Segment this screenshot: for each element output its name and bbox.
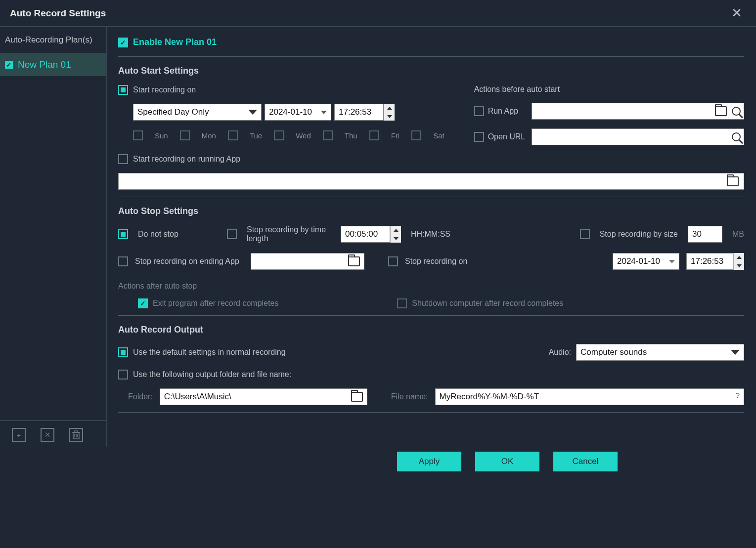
time-spinner[interactable] bbox=[390, 226, 401, 243]
time-spinner[interactable] bbox=[733, 253, 744, 270]
run-app-input[interactable] bbox=[532, 103, 744, 120]
checkbox-icon bbox=[5, 61, 13, 69]
time-spinner[interactable] bbox=[384, 104, 395, 121]
default-output-label: Use the default settings in normal recor… bbox=[133, 348, 286, 357]
run-app-label: Run App bbox=[488, 107, 528, 116]
start-time-input[interactable]: 17:26:53 bbox=[334, 104, 384, 121]
add-plan-button[interactable]: + bbox=[12, 428, 26, 442]
start-on-app-checkbox[interactable] bbox=[118, 154, 128, 164]
folder-icon[interactable] bbox=[727, 176, 739, 186]
by-time-checkbox[interactable] bbox=[227, 229, 237, 239]
open-url-checkbox[interactable] bbox=[474, 132, 484, 142]
folder-icon[interactable] bbox=[348, 256, 360, 266]
running-app-input[interactable] bbox=[118, 173, 744, 190]
day-thu-checkbox[interactable] bbox=[323, 130, 333, 140]
window-title: Auto Record Settings bbox=[10, 8, 106, 19]
filename-input[interactable]: MyRecord%Y-%M-%D-%T ? bbox=[435, 388, 745, 405]
do-not-stop-checkbox[interactable] bbox=[118, 229, 128, 239]
folder-icon[interactable] bbox=[351, 392, 363, 402]
stop-on-label: Stop recording on bbox=[405, 257, 467, 266]
run-app-checkbox[interactable] bbox=[474, 106, 484, 116]
actions-before-label: Actions before auto start bbox=[474, 85, 744, 94]
default-output-checkbox[interactable] bbox=[118, 347, 128, 357]
day-row: Sun Mon Tue Wed Thu Fri Sat bbox=[133, 130, 445, 140]
content: Enable New Plan 01 Auto Start Settings S… bbox=[107, 27, 756, 420]
audio-select[interactable]: Computer sounds bbox=[576, 344, 744, 361]
exit-label: Exit program after record completes bbox=[153, 299, 278, 308]
stop-time-input[interactable]: 17:26:53 bbox=[686, 253, 733, 270]
start-on-checkbox[interactable] bbox=[118, 85, 128, 95]
titlebar: Auto Record Settings ✕ bbox=[0, 0, 756, 27]
enable-checkbox[interactable] bbox=[118, 38, 128, 47]
day-sun-checkbox[interactable] bbox=[133, 130, 143, 140]
footer: Apply OK Cancel bbox=[387, 444, 627, 479]
day-tue-checkbox[interactable] bbox=[228, 130, 238, 140]
shutdown-checkbox[interactable] bbox=[397, 298, 407, 308]
enable-label: Enable New Plan 01 bbox=[133, 37, 217, 47]
ok-button[interactable]: OK bbox=[475, 452, 539, 471]
folder-icon[interactable] bbox=[715, 106, 727, 116]
by-time-label: Stop recording by time length bbox=[247, 225, 331, 243]
open-url-label: Open URL bbox=[488, 132, 528, 141]
time-unit-label: HH:MM:SS bbox=[411, 230, 450, 239]
search-icon[interactable] bbox=[732, 132, 741, 141]
size-input[interactable] bbox=[688, 226, 722, 243]
start-on-app-label: Start recording on running App bbox=[133, 155, 240, 164]
start-date-input[interactable]: 2024-01-10 bbox=[265, 104, 331, 121]
close-icon[interactable]: ✕ bbox=[727, 3, 746, 23]
custom-output-label: Use the following output folder and file… bbox=[133, 370, 291, 379]
remove-plan-button[interactable]: ✕ bbox=[41, 428, 54, 442]
exit-checkbox[interactable] bbox=[138, 298, 148, 308]
start-mode-select[interactable]: Specified Day Only bbox=[133, 104, 262, 121]
chevron-down-icon bbox=[321, 111, 327, 114]
svg-rect-5 bbox=[75, 431, 78, 432]
output-title: Auto Record Output bbox=[118, 325, 744, 335]
day-fri-checkbox[interactable] bbox=[369, 130, 379, 140]
start-on-label: Start recording on bbox=[133, 85, 196, 94]
cancel-button[interactable]: Cancel bbox=[553, 452, 618, 471]
chevron-down-icon bbox=[669, 260, 675, 263]
delete-plan-button[interactable] bbox=[69, 428, 83, 442]
audio-label: Audio: bbox=[549, 348, 571, 357]
plan-name: New Plan 01 bbox=[18, 59, 71, 70]
sidebar-item-plan[interactable]: New Plan 01 bbox=[0, 53, 106, 76]
shutdown-label: Shutdown computer after record completes bbox=[412, 299, 563, 308]
folder-input[interactable]: C:\Users\A\Music\ bbox=[160, 388, 367, 405]
by-size-label: Stop recording by size bbox=[600, 230, 678, 239]
sidebar: Auto-Recording Plan(s) New Plan 01 bbox=[0, 27, 107, 420]
ending-app-input[interactable] bbox=[251, 253, 364, 270]
apply-button[interactable]: Apply bbox=[397, 452, 461, 471]
ending-app-checkbox[interactable] bbox=[118, 256, 128, 266]
auto-start-title: Auto Start Settings bbox=[118, 66, 744, 76]
chevron-down-icon bbox=[731, 350, 740, 355]
sidebar-header: Auto-Recording Plan(s) bbox=[0, 27, 106, 53]
actions-after-label: Actions after auto stop bbox=[118, 282, 744, 291]
custom-output-checkbox[interactable] bbox=[118, 370, 128, 379]
by-size-checkbox[interactable] bbox=[580, 229, 590, 239]
folder-label: Folder: bbox=[128, 392, 153, 401]
stop-date-input[interactable]: 2024-01-10 bbox=[613, 253, 679, 270]
auto-stop-title: Auto Stop Settings bbox=[118, 206, 744, 216]
day-mon-checkbox[interactable] bbox=[180, 130, 190, 140]
chevron-down-icon bbox=[248, 110, 257, 115]
day-wed-checkbox[interactable] bbox=[274, 130, 284, 140]
ending-app-label: Stop recording on ending App bbox=[135, 257, 244, 266]
help-icon[interactable]: ? bbox=[736, 391, 740, 399]
size-unit: MB bbox=[732, 230, 744, 239]
filename-label: File name: bbox=[391, 392, 428, 401]
sidebar-toolbar: + ✕ bbox=[0, 420, 107, 447]
stop-on-checkbox[interactable] bbox=[388, 256, 398, 266]
trash-icon bbox=[72, 430, 80, 439]
do-not-stop-label: Do not stop bbox=[138, 230, 217, 239]
time-length-input[interactable]: 00:05:00 bbox=[341, 226, 390, 243]
search-icon[interactable] bbox=[732, 107, 741, 116]
open-url-input[interactable] bbox=[532, 128, 744, 145]
day-sat-checkbox[interactable] bbox=[411, 130, 421, 140]
